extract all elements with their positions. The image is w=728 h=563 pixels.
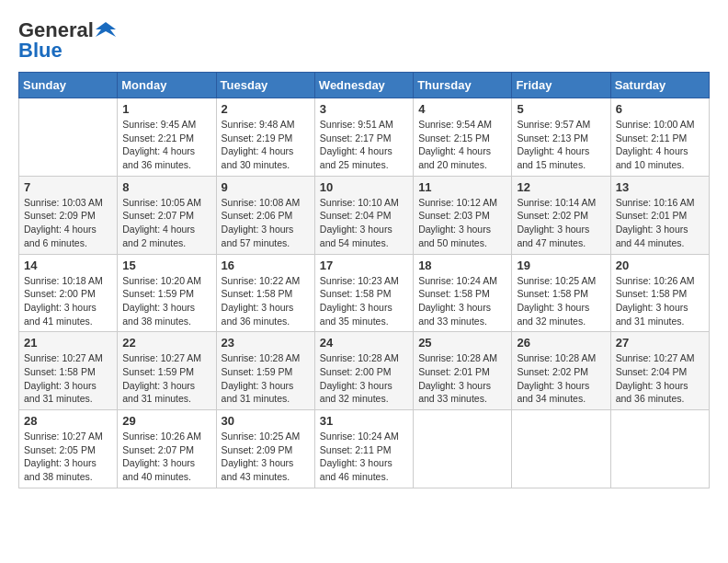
calendar-cell: 16Sunrise: 10:22 AMSunset: 1:58 PMDaylig… — [216, 254, 314, 332]
calendar-week-row: 1Sunrise: 9:45 AMSunset: 2:21 PMDaylight… — [19, 98, 710, 177]
weekday-header-friday: Friday — [512, 73, 610, 98]
day-info: Sunrise: 10:27 AMSunset: 1:58 PMDaylight… — [24, 351, 112, 406]
day-info: Sunrise: 10:26 AMSunset: 2:07 PMDaylight… — [122, 430, 210, 484]
day-number: 4 — [418, 102, 506, 116]
day-number: 18 — [418, 259, 506, 272]
day-number: 1 — [122, 102, 210, 116]
day-info: Sunrise: 9:54 AMSunset: 2:15 PMDaylight:… — [418, 118, 506, 172]
day-info: Sunrise: 10:23 AMSunset: 1:58 PMDaylight… — [320, 274, 408, 328]
day-number: 23 — [222, 336, 310, 350]
calendar-cell: 12Sunrise: 10:14 AMSunset: 2:02 PMDaylig… — [512, 176, 610, 254]
calendar-cell: 5Sunrise: 9:57 AMSunset: 2:13 PMDaylight… — [512, 98, 610, 177]
calendar-cell: 22Sunrise: 10:27 AMSunset: 1:59 PMDaylig… — [118, 332, 216, 410]
day-number: 2 — [222, 102, 310, 116]
day-number: 27 — [616, 336, 704, 350]
logo: General Blue — [18, 18, 116, 63]
day-info: Sunrise: 9:57 AMSunset: 2:13 PMDaylight:… — [517, 118, 605, 172]
weekday-header-monday: Monday — [118, 73, 216, 98]
weekday-header-wednesday: Wednesday — [314, 73, 413, 98]
weekday-header-row: SundayMondayTuesdayWednesdayThursdayFrid… — [19, 73, 710, 98]
day-info: Sunrise: 9:45 AMSunset: 2:21 PMDaylight:… — [122, 118, 210, 172]
day-info: Sunrise: 10:12 AMSunset: 2:03 PMDaylight… — [418, 196, 506, 250]
calendar-cell: 1Sunrise: 9:45 AMSunset: 2:21 PMDaylight… — [118, 98, 216, 177]
weekday-header-thursday: Thursday — [414, 73, 512, 98]
day-number: 31 — [320, 414, 408, 428]
calendar-cell: 20Sunrise: 10:26 AMSunset: 1:58 PMDaylig… — [610, 254, 709, 332]
calendar-cell: 25Sunrise: 10:28 AMSunset: 2:01 PMDaylig… — [414, 332, 512, 410]
calendar-cell: 23Sunrise: 10:28 AMSunset: 1:59 PMDaylig… — [216, 332, 314, 410]
day-number: 10 — [320, 180, 408, 194]
day-number: 22 — [122, 336, 210, 350]
calendar-cell: 27Sunrise: 10:27 AMSunset: 2:04 PMDaylig… — [610, 332, 709, 410]
day-number: 16 — [222, 259, 310, 272]
day-info: Sunrise: 10:24 AMSunset: 1:58 PMDaylight… — [418, 274, 506, 328]
day-number: 9 — [222, 180, 310, 194]
day-number: 28 — [24, 414, 112, 428]
calendar-cell: 10Sunrise: 10:10 AMSunset: 2:04 PMDaylig… — [314, 176, 413, 254]
day-info: Sunrise: 10:27 AMSunset: 2:04 PMDaylight… — [616, 351, 704, 406]
day-info: Sunrise: 10:28 AMSunset: 1:59 PMDaylight… — [222, 351, 310, 406]
calendar-week-row: 7Sunrise: 10:03 AMSunset: 2:09 PMDayligh… — [19, 176, 710, 254]
logo-bird-icon — [96, 20, 116, 40]
calendar-cell: 9Sunrise: 10:08 AMSunset: 2:06 PMDayligh… — [216, 176, 314, 254]
calendar-cell — [610, 410, 709, 488]
calendar-cell: 8Sunrise: 10:05 AMSunset: 2:07 PMDayligh… — [118, 176, 216, 254]
day-number: 13 — [616, 180, 704, 194]
day-info: Sunrise: 10:24 AMSunset: 2:11 PMDaylight… — [320, 430, 408, 484]
calendar-cell: 4Sunrise: 9:54 AMSunset: 2:15 PMDaylight… — [414, 98, 512, 177]
day-number: 26 — [517, 336, 605, 350]
day-number: 14 — [24, 259, 112, 272]
day-info: Sunrise: 10:28 AMSunset: 2:01 PMDaylight… — [418, 351, 506, 406]
page-header: General Blue — [18, 18, 710, 63]
calendar-cell: 18Sunrise: 10:24 AMSunset: 1:58 PMDaylig… — [414, 254, 512, 332]
day-number: 21 — [24, 336, 112, 350]
day-info: Sunrise: 10:00 AMSunset: 2:11 PMDaylight… — [616, 118, 704, 172]
day-info: Sunrise: 10:18 AMSunset: 2:00 PMDaylight… — [24, 274, 112, 328]
day-number: 17 — [320, 259, 408, 272]
day-number: 7 — [24, 180, 112, 194]
day-number: 5 — [517, 102, 605, 116]
day-info: Sunrise: 10:20 AMSunset: 1:59 PMDaylight… — [122, 274, 210, 328]
logo-blue: Blue — [18, 39, 63, 63]
calendar-cell: 3Sunrise: 9:51 AMSunset: 2:17 PMDaylight… — [314, 98, 413, 177]
calendar-week-row: 21Sunrise: 10:27 AMSunset: 1:58 PMDaylig… — [19, 332, 710, 410]
day-number: 29 — [122, 414, 210, 428]
calendar-cell — [19, 98, 118, 177]
day-info: Sunrise: 10:28 AMSunset: 2:02 PMDaylight… — [517, 351, 605, 406]
day-number: 6 — [616, 102, 704, 116]
day-info: Sunrise: 9:51 AMSunset: 2:17 PMDaylight:… — [320, 118, 408, 172]
calendar-cell — [512, 410, 610, 488]
day-info: Sunrise: 10:25 AMSunset: 2:09 PMDaylight… — [222, 430, 310, 484]
calendar-cell: 6Sunrise: 10:00 AMSunset: 2:11 PMDayligh… — [610, 98, 709, 177]
calendar-cell: 19Sunrise: 10:25 AMSunset: 1:58 PMDaylig… — [512, 254, 610, 332]
calendar-cell: 15Sunrise: 10:20 AMSunset: 1:59 PMDaylig… — [118, 254, 216, 332]
day-number: 11 — [418, 180, 506, 194]
calendar-cell: 28Sunrise: 10:27 AMSunset: 2:05 PMDaylig… — [19, 410, 118, 488]
calendar-cell: 11Sunrise: 10:12 AMSunset: 2:03 PMDaylig… — [414, 176, 512, 254]
day-info: Sunrise: 10:10 AMSunset: 2:04 PMDaylight… — [320, 196, 408, 250]
calendar-week-row: 28Sunrise: 10:27 AMSunset: 2:05 PMDaylig… — [19, 410, 710, 488]
day-info: Sunrise: 10:22 AMSunset: 1:58 PMDaylight… — [222, 274, 310, 328]
day-number: 30 — [222, 414, 310, 428]
calendar-cell — [414, 410, 512, 488]
calendar-cell: 24Sunrise: 10:28 AMSunset: 2:00 PMDaylig… — [314, 332, 413, 410]
day-number: 8 — [122, 180, 210, 194]
day-number: 25 — [418, 336, 506, 350]
day-info: Sunrise: 9:48 AMSunset: 2:19 PMDaylight:… — [222, 118, 310, 172]
day-number: 12 — [517, 180, 605, 194]
calendar-cell: 17Sunrise: 10:23 AMSunset: 1:58 PMDaylig… — [314, 254, 413, 332]
calendar-cell: 13Sunrise: 10:16 AMSunset: 2:01 PMDaylig… — [610, 176, 709, 254]
calendar-week-row: 14Sunrise: 10:18 AMSunset: 2:00 PMDaylig… — [19, 254, 710, 332]
day-info: Sunrise: 10:27 AMSunset: 1:59 PMDaylight… — [122, 351, 210, 406]
calendar-cell: 2Sunrise: 9:48 AMSunset: 2:19 PMDaylight… — [216, 98, 314, 177]
weekday-header-saturday: Saturday — [610, 73, 709, 98]
day-number: 3 — [320, 102, 408, 116]
day-number: 20 — [616, 259, 704, 272]
calendar-cell: 26Sunrise: 10:28 AMSunset: 2:02 PMDaylig… — [512, 332, 610, 410]
calendar-cell: 21Sunrise: 10:27 AMSunset: 1:58 PMDaylig… — [19, 332, 118, 410]
calendar-cell: 31Sunrise: 10:24 AMSunset: 2:11 PMDaylig… — [314, 410, 413, 488]
day-info: Sunrise: 10:16 AMSunset: 2:01 PMDaylight… — [616, 196, 704, 250]
day-number: 15 — [122, 259, 210, 272]
day-number: 19 — [517, 259, 605, 272]
day-info: Sunrise: 10:27 AMSunset: 2:05 PMDaylight… — [24, 430, 112, 484]
